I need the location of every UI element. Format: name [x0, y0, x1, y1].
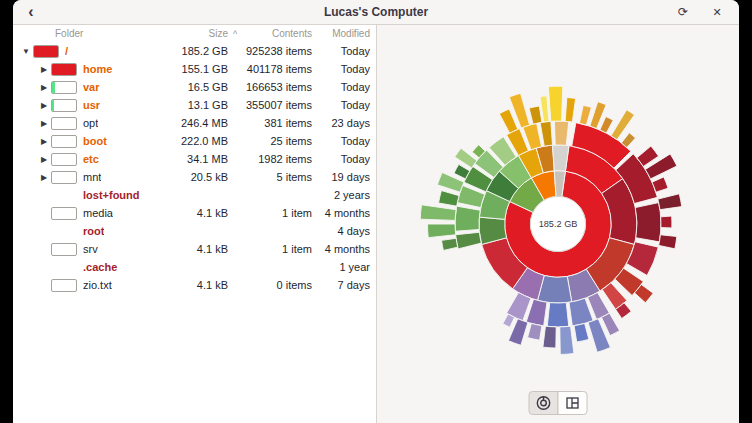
close-icon[interactable]: ✕	[705, 2, 729, 22]
table-row[interactable]: .cache1 year	[13, 258, 376, 276]
folder-name: srv	[83, 243, 98, 255]
column-header-folder[interactable]: Folder	[13, 28, 156, 39]
chart-segment[interactable]	[554, 121, 568, 145]
chart-segment[interactable]	[543, 326, 556, 348]
chart-segment[interactable]	[540, 121, 552, 146]
chart-segment[interactable]	[456, 232, 482, 249]
table-row[interactable]: ▶usr13.1 GB355007 itemsToday	[13, 96, 376, 114]
chart-segment[interactable]	[420, 205, 456, 221]
modified-cell: Today	[312, 135, 370, 147]
chart-segment[interactable]	[548, 86, 562, 121]
chart-segment[interactable]	[574, 323, 589, 342]
modified-cell: 4 months	[312, 243, 370, 255]
folder-name: media	[83, 207, 113, 219]
chart-segment[interactable]	[560, 326, 574, 354]
tree-cell: media	[13, 207, 156, 220]
view-toggle	[529, 391, 588, 415]
table-row[interactable]: ▶var16.5 GB166653 itemsToday	[13, 78, 376, 96]
size-bar	[51, 81, 77, 94]
contents-cell: 925238 items	[242, 45, 312, 57]
size-cell: 246.4 MB	[156, 117, 228, 129]
size-cell: 185.2 GB	[156, 45, 228, 57]
chart-segment[interactable]	[600, 117, 613, 134]
expander-closed-icon[interactable]: ▶	[37, 65, 51, 74]
back-button[interactable]: ‹	[19, 2, 43, 22]
sort-indicator-icon[interactable]: ^	[228, 29, 242, 39]
expander-closed-icon[interactable]: ▶	[37, 155, 51, 164]
chart-segment[interactable]	[661, 216, 672, 228]
table-row[interactable]: srv4.1 kB1 item4 months	[13, 240, 376, 258]
expander-closed-icon[interactable]: ▶	[37, 83, 51, 92]
chart-segment[interactable]	[658, 194, 682, 210]
chart-segment[interactable]	[442, 238, 458, 250]
contents-cell: 0 items	[242, 279, 312, 291]
rings-chart-icon	[536, 395, 552, 411]
expander-open-icon[interactable]: ▼	[19, 47, 33, 56]
chart-segment[interactable]	[547, 303, 569, 327]
size-cell: 4.1 kB	[156, 243, 228, 255]
contents-cell: 401178 items	[242, 63, 312, 75]
column-header-contents[interactable]: Contents	[242, 28, 312, 39]
chart-segment[interactable]	[565, 98, 575, 123]
tree-cell: ▶var	[13, 81, 156, 94]
chart-segment[interactable]	[503, 314, 515, 327]
expander-closed-icon[interactable]: ▶	[37, 173, 51, 182]
chart-segment[interactable]	[528, 323, 542, 340]
main-content: Folder Size ^ Contents Modified ▼/185.2 …	[13, 25, 739, 423]
contents-cell: 1982 items	[242, 153, 312, 165]
tree-cell: lost+found	[13, 189, 156, 202]
chart-segment[interactable]	[439, 191, 460, 207]
tree-cell: srv	[13, 243, 156, 256]
folder-name: etc	[83, 153, 99, 165]
table-row[interactable]: zio.txt4.1 kB0 items7 days	[13, 276, 376, 294]
column-header-size[interactable]: Size	[156, 28, 228, 39]
size-cell: 222.0 MB	[156, 135, 228, 147]
expander-closed-icon[interactable]: ▶	[37, 101, 51, 110]
size-cell: 4.1 kB	[156, 279, 228, 291]
size-bar	[51, 171, 77, 184]
rings-chart-button[interactable]	[529, 391, 559, 415]
contents-cell: 1 item	[242, 207, 312, 219]
modified-cell: 4 months	[312, 207, 370, 219]
size-bar	[51, 63, 77, 76]
chart-area: 185.2 GB	[377, 25, 739, 423]
table-row[interactable]: lost+found2 years	[13, 186, 376, 204]
table-row[interactable]: ▶opt246.4 MB381 items23 days	[13, 114, 376, 132]
chart-segment[interactable]	[455, 206, 480, 231]
table-row[interactable]: ▶boot222.0 MB25 itemsToday	[13, 132, 376, 150]
size-bar	[51, 243, 77, 256]
contents-cell: 25 items	[242, 135, 312, 147]
folder-name: /	[65, 45, 68, 57]
table-row[interactable]: ▶mnt20.5 kB5 items19 days	[13, 168, 376, 186]
tree-cell: zio.txt	[13, 279, 156, 292]
chart-segment[interactable]	[529, 106, 542, 124]
folder-name: mnt	[83, 171, 101, 183]
table-row[interactable]: root4 days	[13, 222, 376, 240]
folder-name: boot	[83, 135, 107, 147]
contents-cell: 1 item	[242, 243, 312, 255]
table-row[interactable]: ▶etc34.1 MB1982 itemsToday	[13, 150, 376, 168]
size-bar	[51, 117, 77, 130]
expander-closed-icon[interactable]: ▶	[37, 119, 51, 128]
folder-name: root	[83, 225, 104, 237]
tree-cell: root	[13, 225, 156, 238]
expander-closed-icon[interactable]: ▶	[37, 137, 51, 146]
chart-segment[interactable]	[579, 105, 591, 125]
folder-name: .cache	[83, 261, 117, 273]
table-row[interactable]: ▶home155.1 GB401178 itemsToday	[13, 60, 376, 78]
refresh-icon[interactable]: ⟳	[671, 2, 695, 22]
table-row[interactable]: media4.1 kB1 item4 months	[13, 204, 376, 222]
modified-cell: Today	[312, 63, 370, 75]
chart-segment[interactable]	[659, 235, 677, 249]
chart-segment[interactable]	[428, 224, 456, 238]
treemap-chart-icon	[565, 395, 581, 411]
size-bar	[33, 45, 59, 58]
chart-segment[interactable]	[635, 203, 661, 242]
modified-cell: Today	[312, 45, 370, 57]
column-header-modified[interactable]: Modified	[312, 28, 370, 39]
modified-cell: Today	[312, 81, 370, 93]
modified-cell: 4 days	[312, 225, 370, 237]
treemap-chart-button[interactable]	[558, 391, 588, 415]
table-row[interactable]: ▼/185.2 GB925238 itemsToday	[13, 42, 376, 60]
modified-cell: 1 year	[312, 261, 370, 273]
